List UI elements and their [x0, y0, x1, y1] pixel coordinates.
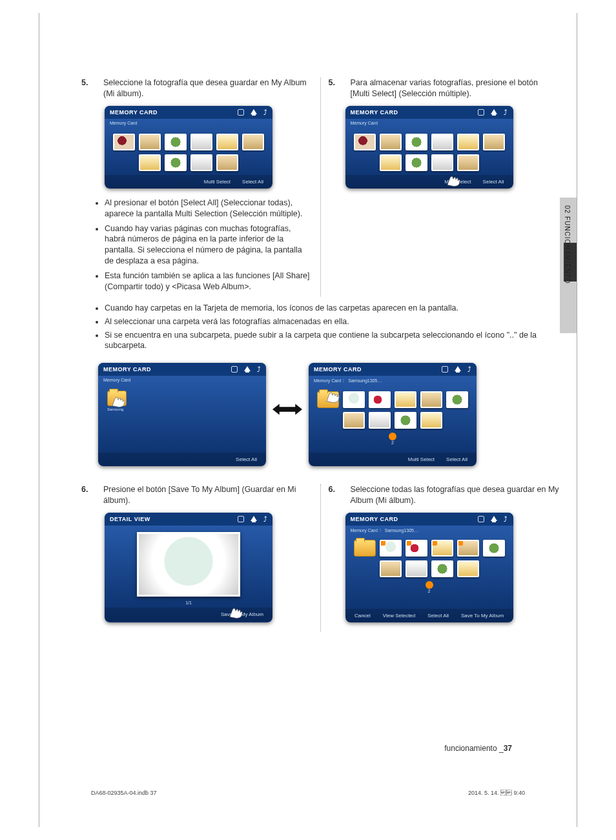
photo-thumb[interactable] — [165, 154, 187, 171]
column-divider — [320, 77, 321, 296]
photo-thumb[interactable] — [139, 154, 161, 171]
window-icon[interactable] — [478, 516, 484, 522]
photo-thumb[interactable] — [216, 154, 238, 171]
photo-thumb[interactable] — [420, 391, 442, 408]
bullet-item: Cuando hay varias páginas con muchas fot… — [105, 223, 313, 267]
bullet-item: Al presionar el botón [Select All] (Sele… — [105, 198, 313, 220]
print-date: 2014. 5. 14.  9:40 — [468, 790, 525, 796]
photo-thumb[interactable] — [431, 540, 453, 557]
photo-thumb[interactable] — [354, 134, 376, 150]
photo-thumb[interactable] — [139, 134, 161, 150]
photo-thumb[interactable] — [190, 134, 212, 150]
side-tab-label: 02 FUNCIONAMIENTO — [564, 205, 571, 284]
breadcrumb: Memory Card — [105, 119, 272, 127]
photo-thumb[interactable] — [420, 412, 442, 429]
shot-header-icons: ⤴ — [442, 366, 472, 373]
shot-header-icons: ⤴ — [238, 516, 268, 522]
home-icon[interactable] — [251, 516, 257, 521]
select-all-button[interactable]: Select All — [427, 613, 449, 619]
shot-title: MEMORY CARD — [314, 366, 362, 373]
breadcrumb: Memory Card 〉 Samsung1305… — [309, 376, 477, 386]
shot-header: MEMORY CARD ⤴ — [98, 363, 266, 376]
select-all-button[interactable]: Select All — [483, 179, 504, 185]
photo-thumb[interactable] — [457, 540, 479, 557]
photo-thumb[interactable] — [343, 412, 365, 429]
home-icon[interactable] — [251, 109, 257, 114]
photo-thumb[interactable] — [431, 560, 453, 577]
multi-select-button[interactable]: Multi Select — [204, 179, 231, 185]
thumb-grid — [105, 127, 272, 175]
photo-thumb[interactable] — [242, 134, 264, 150]
select-all-button[interactable]: Select All — [242, 179, 263, 185]
thumb-grid — [345, 536, 513, 579]
photo-thumb[interactable] — [457, 154, 479, 171]
home-icon[interactable] — [455, 366, 461, 371]
back-icon[interactable]: ⤴ — [257, 366, 262, 373]
photo-thumb[interactable] — [406, 540, 427, 557]
step-text: Seleccione la fotografía que desea guard… — [103, 77, 313, 99]
step-number: 5. — [329, 77, 342, 99]
pointing-hand-icon — [445, 172, 462, 187]
photo-thumb[interactable] — [369, 412, 391, 429]
page-frame: 02 FUNCIONAMIENTO 5. Seleccione la fotog… — [39, 13, 577, 827]
multi-select-button[interactable]: Multi Select — [408, 456, 435, 462]
photo-thumb[interactable] — [395, 391, 416, 408]
view-selected-button[interactable]: View Selected — [383, 613, 416, 619]
photo-thumb[interactable] — [457, 134, 479, 150]
photo-thumb[interactable] — [406, 134, 427, 150]
photo-thumb[interactable] — [406, 560, 427, 577]
window-icon[interactable] — [238, 516, 244, 522]
window-icon[interactable] — [478, 109, 484, 116]
screenshot-detail-view: DETAIL VIEW ⤴ 1/1 Save To My Album — [105, 513, 272, 622]
up-folder-icon[interactable] — [354, 540, 376, 557]
window-icon[interactable] — [231, 366, 238, 373]
print-meta: DA68-02935A-04.indb 37 2014. 5. 14.  9… — [91, 790, 525, 796]
screenshot-subfolder-gallery: MEMORY CARD ⤴ Memory Card 〉 Samsung1305… — [309, 363, 477, 466]
photo-thumb[interactable] — [190, 154, 212, 171]
bullet-item: Si se encuentra en una subcarpeta, puede… — [105, 330, 559, 352]
window-icon[interactable] — [238, 109, 244, 116]
shot-footer: Multi Select Select All — [309, 453, 477, 466]
home-icon[interactable] — [491, 516, 497, 521]
back-icon[interactable]: ⤴ — [504, 516, 508, 522]
left-bullets: Al presionar el botón [Select All] (Sele… — [105, 198, 313, 292]
select-all-button[interactable]: Select All — [446, 456, 467, 462]
detail-photo[interactable] — [137, 532, 240, 597]
step-text: Para almacenar varias fotografías, presi… — [351, 77, 560, 99]
save-to-my-album-button[interactable]: Save To My Album — [461, 613, 504, 619]
photo-thumb[interactable] — [380, 154, 402, 171]
home-icon[interactable] — [244, 366, 251, 371]
shot-header: MEMORY CARD ⤴ — [105, 106, 272, 119]
photo-thumb[interactable] — [165, 134, 187, 150]
pointing-hand-icon — [324, 389, 341, 403]
window-icon[interactable] — [442, 366, 448, 373]
photo-thumb[interactable] — [406, 154, 427, 171]
photo-thumb[interactable] — [457, 560, 479, 577]
photo-thumb[interactable] — [483, 540, 505, 557]
back-icon[interactable]: ⤴ — [263, 109, 268, 116]
photo-thumb[interactable] — [380, 134, 402, 150]
photo-thumb[interactable] — [113, 134, 135, 150]
photo-thumb[interactable] — [395, 412, 416, 429]
photo-thumb[interactable] — [446, 391, 468, 408]
back-icon[interactable]: ⤴ — [504, 109, 508, 116]
back-icon[interactable]: ⤴ — [467, 366, 472, 373]
home-icon[interactable] — [491, 109, 497, 114]
photo-thumb[interactable] — [343, 391, 365, 408]
photo-thumb[interactable] — [380, 540, 402, 557]
photo-thumb[interactable] — [380, 560, 402, 577]
photo-thumb[interactable] — [369, 391, 391, 408]
left-step5: 5. Seleccione la fotografía que desea gu… — [81, 77, 313, 99]
shot-header: DETAIL VIEW ⤴ — [105, 513, 272, 526]
photo-thumb[interactable] — [431, 154, 453, 171]
breadcrumb: Memory Card — [98, 376, 266, 384]
photo-thumb[interactable] — [431, 134, 453, 150]
page-number: 37 — [504, 744, 512, 753]
cancel-button[interactable]: Cancel — [354, 613, 371, 619]
shot-title: MEMORY CARD — [103, 366, 151, 373]
shot-footer: Select All — [98, 453, 266, 466]
back-icon[interactable]: ⤴ — [263, 516, 268, 522]
photo-thumb[interactable] — [483, 134, 505, 150]
select-all-button[interactable]: Select All — [236, 456, 257, 462]
photo-thumb[interactable] — [216, 134, 238, 150]
